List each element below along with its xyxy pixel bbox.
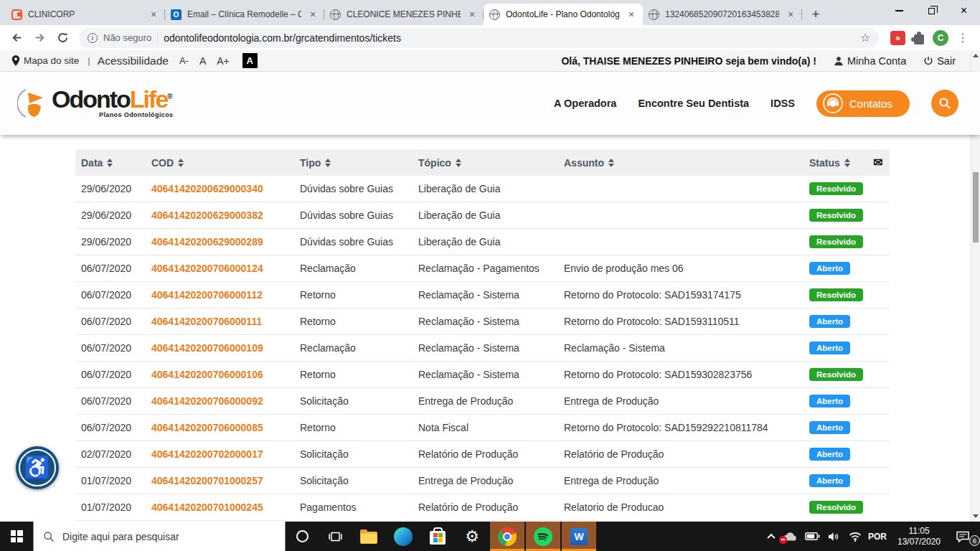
extensions-puzzle-icon[interactable] bbox=[914, 34, 924, 44]
ticket-date: 29/06/2020 bbox=[75, 236, 146, 248]
scrollbar-thumb[interactable] bbox=[973, 172, 979, 242]
browser-tab[interactable]: CLEONICE MENEZES PINHEIRO × bbox=[324, 4, 484, 25]
forward-button[interactable] bbox=[29, 27, 50, 49]
back-button[interactable] bbox=[6, 27, 27, 49]
minimize-button[interactable] bbox=[883, 0, 915, 22]
tab-close-icon[interactable]: × bbox=[307, 9, 319, 20]
ticket-cod-link[interactable]: 40641420200706000112 bbox=[146, 289, 294, 301]
settings-button[interactable]: ⚙ bbox=[455, 522, 489, 551]
ticket-type: Retorno bbox=[294, 422, 413, 433]
address-bar[interactable]: i Não seguro odontolifeodontologia.com.b… bbox=[79, 28, 879, 48]
ticket-cod-link[interactable]: 40641420200706000111 bbox=[146, 316, 294, 327]
word-button[interactable]: W bbox=[562, 522, 596, 551]
clock[interactable]: 11:05 13/07/2020 bbox=[892, 526, 946, 547]
file-explorer-button[interactable] bbox=[352, 522, 386, 551]
header-cod[interactable]: COD bbox=[151, 157, 294, 169]
reload-button[interactable] bbox=[52, 27, 73, 49]
status-badge: Resolvido bbox=[809, 182, 863, 195]
ticket-topic: Liberação de Guia bbox=[413, 236, 558, 248]
nav-link[interactable]: IDSS bbox=[771, 98, 795, 109]
logout-link[interactable]: Sair bbox=[923, 55, 956, 67]
volume-tray-icon[interactable] bbox=[826, 532, 842, 542]
ticket-cod-link[interactable]: 40641420200629000340 bbox=[146, 183, 294, 194]
spotify-button[interactable] bbox=[526, 522, 560, 551]
font-decrease-button[interactable]: A- bbox=[179, 55, 189, 66]
header-tipo[interactable]: Tipo bbox=[300, 157, 413, 169]
ticket-cod-link[interactable]: 40641420200706000092 bbox=[146, 395, 294, 407]
close-window-button[interactable]: × bbox=[948, 0, 980, 22]
my-account-link[interactable]: Minha Conta bbox=[834, 55, 906, 67]
video-extension-icon[interactable]: » bbox=[890, 31, 905, 45]
browser-menu-icon[interactable]: ⋮ bbox=[957, 31, 969, 44]
taskbar-search-box[interactable]: Digite aqui para pesquisar bbox=[33, 522, 286, 551]
profile-avatar[interactable]: C bbox=[933, 30, 948, 46]
start-button[interactable] bbox=[0, 522, 33, 551]
onedrive-tray-icon[interactable] bbox=[782, 532, 799, 542]
ticket-type: Solicitação bbox=[294, 448, 413, 460]
url-text[interactable]: odontolifeodontologia.com.br/grcatendime… bbox=[164, 32, 854, 44]
ticket-cod-link[interactable]: 40641420200706000085 bbox=[146, 422, 294, 433]
wifi-icon bbox=[849, 532, 862, 542]
table-row: 02/07/2020 40641420200702000017 Solicita… bbox=[75, 441, 890, 468]
new-tab-button[interactable]: + bbox=[805, 4, 826, 25]
tab-close-icon[interactable]: × bbox=[626, 9, 637, 20]
ticket-topic: Relatório de Produção bbox=[413, 501, 558, 513]
wifi-tray-icon[interactable] bbox=[847, 532, 863, 542]
nav-link[interactable]: A Operadora bbox=[554, 98, 616, 109]
ticket-cod-link[interactable]: 40641420200706000106 bbox=[146, 369, 294, 380]
language-indicator[interactable]: POR bbox=[868, 532, 887, 542]
ticket-subject: Entrega de Produção bbox=[558, 475, 804, 486]
ticket-cod-link[interactable]: 40641420200629000382 bbox=[146, 209, 294, 221]
tray-expand-button[interactable] bbox=[765, 534, 777, 540]
browser-tab[interactable]: 132406852090720163453828_ × bbox=[643, 4, 802, 25]
chrome-button[interactable] bbox=[490, 522, 524, 551]
ticket-cod-link[interactable]: 40641420200629000289 bbox=[146, 236, 294, 248]
ticket-cod-link[interactable]: 40641420200701000257 bbox=[146, 475, 294, 486]
scroll-down-arrow[interactable] bbox=[971, 511, 980, 522]
ticket-topic: Reclamação - Sistema bbox=[413, 369, 558, 380]
font-normal-button[interactable]: A bbox=[199, 55, 206, 67]
tab-close-icon[interactable]: × bbox=[785, 9, 796, 20]
battery-tray-icon[interactable] bbox=[804, 532, 821, 540]
browser-tab[interactable]: CLINICORP × bbox=[6, 4, 165, 25]
bookmark-star-icon[interactable]: ☆ bbox=[860, 31, 870, 44]
ticket-cod-link[interactable]: 40641420200706000124 bbox=[146, 263, 294, 274]
site-search-button[interactable] bbox=[931, 90, 958, 117]
tab-close-icon[interactable]: × bbox=[148, 9, 159, 20]
high-contrast-button[interactable]: A bbox=[242, 53, 258, 68]
header-data[interactable]: Data bbox=[81, 157, 146, 169]
header-topico[interactable]: Tópico bbox=[418, 157, 558, 169]
accessibility-widget-button[interactable]: ♿ bbox=[16, 446, 59, 489]
microsoft-store-button[interactable] bbox=[420, 522, 455, 551]
action-center-button[interactable]: 6 bbox=[951, 531, 974, 542]
ticket-type: Retorno bbox=[294, 369, 413, 380]
task-view-button[interactable] bbox=[319, 522, 352, 551]
file-explorer-icon bbox=[360, 532, 377, 544]
ticket-cod-link[interactable]: 40641420200701000245 bbox=[146, 501, 294, 513]
contacts-button[interactable]: Contatos bbox=[816, 90, 910, 117]
edge-button[interactable] bbox=[386, 522, 420, 551]
tab-close-icon[interactable]: × bbox=[466, 9, 478, 20]
status-badge: Resolvido bbox=[809, 368, 863, 381]
system-tray: POR 11:05 13/07/2020 6 bbox=[765, 522, 980, 551]
info-icon[interactable]: i bbox=[88, 33, 98, 43]
cortana-button[interactable] bbox=[286, 522, 319, 551]
ticket-subject: Envio de produção mes 06 bbox=[558, 263, 804, 274]
header-status[interactable]: Status bbox=[809, 157, 870, 169]
clinicorp-favicon-icon bbox=[11, 9, 22, 20]
maximize-button[interactable] bbox=[915, 0, 948, 22]
browser-tab[interactable]: Email – Clínica Remodelle – Ou × bbox=[165, 4, 324, 25]
ticket-cod-link[interactable]: 40641420200706000109 bbox=[146, 342, 294, 354]
browser-tab[interactable]: OdontoLife - Plano Odontológ × bbox=[484, 4, 643, 25]
font-increase-button[interactable]: A+ bbox=[217, 55, 230, 67]
ticket-subject: Retorno do Protocolo: SAD1593110511 bbox=[558, 316, 804, 327]
utility-left: Mapa do site | Acessibilidade A- A A+ A bbox=[11, 53, 258, 68]
brand-secondary: Life bbox=[130, 85, 167, 113]
header-assunto[interactable]: Assunto bbox=[564, 157, 804, 169]
odontolife-logo[interactable]: OdontoLife® Planos Odontológicos bbox=[17, 87, 174, 120]
mail-column-icon[interactable]: ✉ bbox=[873, 156, 882, 169]
nav-link[interactable]: Encontre Seu Dentista bbox=[638, 98, 749, 109]
ticket-cod-link[interactable]: 40641420200702000017 bbox=[146, 448, 294, 460]
sitemap-link[interactable]: Mapa do site bbox=[11, 55, 79, 66]
scroll-up-arrow[interactable] bbox=[971, 50, 980, 61]
